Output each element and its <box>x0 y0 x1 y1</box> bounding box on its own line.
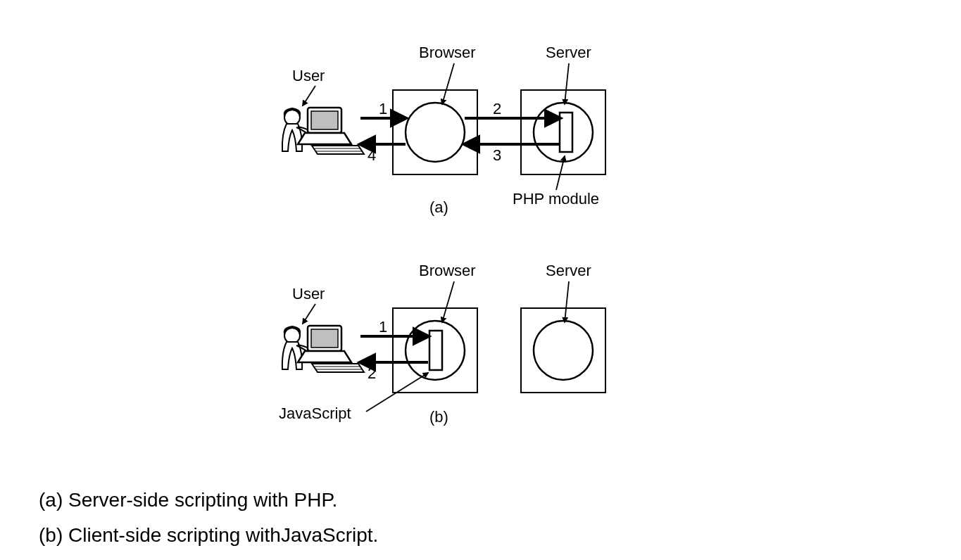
js-label: JavaScript <box>279 405 351 423</box>
num-b1: 1 <box>379 318 387 336</box>
num-3: 3 <box>493 146 501 165</box>
caption-a: (a) Server-side scripting with PHP. <box>39 489 337 511</box>
scripting-diagram <box>0 0 961 560</box>
server-circle-b <box>534 321 593 380</box>
sub-a-label: (a) <box>429 198 448 217</box>
browser-label-b: Browser <box>419 262 476 280</box>
user-label-a: User <box>292 67 325 85</box>
diagram-a <box>282 63 605 190</box>
diagram-b <box>282 281 605 412</box>
num-1: 1 <box>379 100 387 118</box>
num-4: 4 <box>368 146 376 165</box>
browser-label-a: Browser <box>419 44 476 62</box>
user-icon-b <box>282 326 364 372</box>
js-module-rect <box>429 331 442 370</box>
caption-b: (b) Client-side scripting withJavaScript… <box>39 524 378 547</box>
svg-line-14 <box>303 304 315 324</box>
server-label-a: Server <box>546 44 591 62</box>
user-icon <box>282 108 364 154</box>
num-b2: 2 <box>368 364 376 383</box>
svg-rect-2 <box>311 111 338 129</box>
num-2: 2 <box>493 100 501 118</box>
php-label: PHP module <box>513 190 599 208</box>
browser-circle-a <box>406 103 465 162</box>
svg-line-5 <box>303 86 315 106</box>
svg-rect-11 <box>311 329 338 348</box>
user-label-b: User <box>292 285 325 303</box>
server-label-b: Server <box>546 262 591 280</box>
sub-b-label: (b) <box>429 408 448 426</box>
php-module-rect <box>560 113 572 152</box>
